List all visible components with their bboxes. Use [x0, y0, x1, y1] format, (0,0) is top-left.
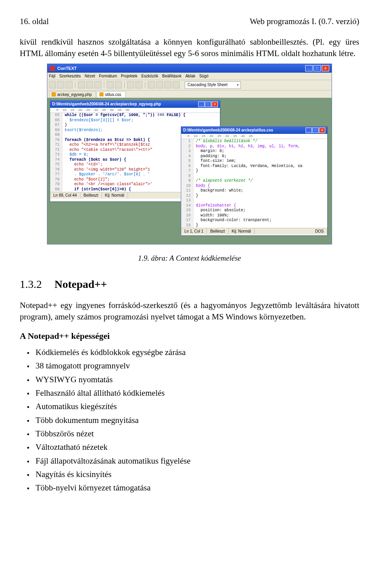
menu-item[interactable]: Formátum	[99, 73, 117, 79]
toolbar-open-icon[interactable]	[57, 81, 64, 88]
code-text: width: 100%;	[193, 213, 327, 218]
menu-item[interactable]: Projektek	[121, 73, 137, 79]
menu-item[interactable]: Nézet	[85, 73, 95, 79]
line-number: 3	[181, 149, 193, 154]
menu-item[interactable]: Súgó	[199, 73, 208, 79]
code-text: }	[193, 193, 327, 199]
code-text: body, p, div, h1, h2, h3, img, ul, li, f…	[193, 144, 327, 149]
ruler: · · ·5· · ·10· · ·15· · ·20· · ·25· · ·3…	[181, 134, 327, 139]
code-line: 10body {	[181, 184, 327, 189]
doc-close-button[interactable]: ×	[212, 101, 218, 107]
code-line: 2body, p, div, h1, h2, h3, img, ul, li, …	[181, 144, 327, 149]
toolbar-cut-icon[interactable]	[94, 81, 101, 88]
status-selection: Kij: Normál	[229, 228, 255, 235]
line-number: 6	[181, 164, 193, 169]
subheading: A Notepad++ képességei	[20, 330, 359, 342]
code-text: }	[193, 223, 327, 228]
menu-item[interactable]: Ablak	[186, 73, 195, 79]
maximize-button[interactable]: □	[313, 65, 321, 71]
window-controls: _ □ ×	[305, 65, 329, 71]
code-text: padding: 0;	[193, 154, 327, 159]
line-number: 5	[181, 159, 193, 164]
toolbar-copy-icon[interactable]	[78, 81, 85, 88]
code-line: 16 width: 100%;	[181, 213, 327, 218]
toolbar-separator	[145, 82, 145, 88]
doc-maximize-button[interactable]: □	[205, 101, 211, 107]
code-text: background: white;	[193, 188, 327, 193]
doc-minimize-button[interactable]: _	[306, 128, 312, 133]
file-tab[interactable]: stilus.css	[97, 91, 126, 98]
line-number: 67	[50, 123, 62, 128]
figure-caption: 1.9. ábra: A Context kódkiemelése	[20, 253, 359, 263]
line-number: 79	[50, 182, 62, 187]
list-item: Több-nyelvi környezet támogatása	[20, 482, 359, 493]
section-body: Notepad++ egy ingyenes forráskód-szerkes…	[20, 300, 359, 322]
line-number: 80	[50, 187, 62, 192]
menubar: FájlSzerkesztésNézetFormátumProjektekEsz…	[47, 73, 332, 80]
doc-maximize-button[interactable]: □	[312, 128, 319, 133]
line-number: 69	[50, 133, 62, 138]
toolbar-separator	[124, 82, 125, 88]
line-number: 66	[50, 118, 62, 123]
toolbar-debug-icon[interactable]	[164, 81, 171, 88]
file-tab-label: arckep_egyseg.php	[57, 92, 92, 98]
line-number: 74	[50, 158, 62, 163]
intro-paragraph: kívül rendkívül hasznos szolgáltatása a …	[20, 36, 359, 59]
section-heading: 1.3.2Notepad++	[20, 277, 359, 292]
line-number: 16	[181, 213, 193, 218]
menu-item[interactable]: Fájl	[49, 73, 55, 79]
doc-window-css: D:\Mentés\gamfweb2006\08-24 arckep\stilu…	[181, 126, 328, 236]
line-number: 73	[50, 152, 62, 158]
line-number: 65	[50, 113, 62, 118]
minimize-button[interactable]: _	[305, 65, 313, 71]
toolbar-run-icon[interactable]	[148, 81, 155, 88]
toolbar-print-icon[interactable]	[135, 81, 143, 88]
menu-item[interactable]: Beállítások	[162, 73, 182, 79]
file-tabbar: arckep_egyseg.phpstilus.css	[47, 90, 332, 98]
toolbar-compile-icon[interactable]	[156, 81, 163, 88]
code-text: /* Globális beállítások */	[193, 139, 327, 144]
code-area[interactable]: 1/* Globális beállítások */2body, p, div…	[181, 139, 327, 228]
menu-item[interactable]: Eszközök	[141, 73, 158, 79]
section-title: Notepad++	[54, 278, 107, 290]
doc-title-header: Web programozás I. (0.7. verzió)	[250, 16, 359, 27]
list-item: Kódkiemelés és kódblokkok egységbe zárás…	[20, 347, 359, 358]
code-text: font-family: Lucida, Verdana, Helvetica,…	[193, 164, 327, 169]
titlebar: ConTEXT _ □ ×	[47, 64, 332, 73]
code-line: 18}	[181, 223, 327, 228]
line-number: 4	[181, 154, 193, 159]
line-number: 10	[181, 184, 193, 189]
language-dropdown[interactable]: Cascading Style Sheet	[185, 81, 241, 89]
toolbar-redo-icon[interactable]	[115, 81, 122, 88]
status-position: Ln 89, Col 44	[50, 192, 81, 199]
toolbar-find-icon[interactable]	[127, 81, 134, 88]
file-tab[interactable]: arckep_egyseg.php	[49, 91, 96, 98]
line-number: 18	[181, 223, 193, 228]
code-text: }	[193, 169, 327, 174]
code-text: /* alapvető szerkezet */	[193, 178, 327, 184]
line-number: 77	[50, 172, 62, 177]
toolbar-save-icon[interactable]	[66, 81, 73, 88]
code-line: 13	[181, 198, 327, 203]
toolbar-new-icon[interactable]	[49, 81, 56, 88]
list-item: WYSIWYG nyomtatás	[20, 374, 359, 385]
list-item: Nagyítás és kicsinyítés	[20, 469, 359, 480]
toolbar-undo-icon[interactable]	[107, 81, 114, 88]
doc-minimize-button[interactable]: _	[198, 101, 205, 107]
code-text: font-size: 1em;	[193, 159, 327, 164]
code-line: 17 background-color: transparent;	[181, 218, 327, 223]
doc-close-button[interactable]: ×	[319, 128, 325, 133]
list-item: Többszörös nézet	[20, 428, 359, 439]
line-number: 72	[50, 148, 62, 153]
page-number: 16. oldal	[20, 16, 49, 27]
menu-item[interactable]: Szerkesztés	[59, 73, 81, 79]
code-line: 15 position: absolute;	[181, 208, 327, 213]
toolbar-paste-icon[interactable]	[86, 81, 93, 88]
close-button[interactable]: ×	[322, 65, 329, 71]
line-number: 17	[181, 218, 193, 223]
code-line: 5 font-size: 1em;	[181, 159, 327, 164]
doc-window-controls: _ □ ×	[306, 128, 325, 133]
status-insert: Beilleszt	[207, 228, 228, 235]
toolbar-stop-icon[interactable]	[173, 81, 180, 88]
code-text: body {	[193, 184, 327, 189]
